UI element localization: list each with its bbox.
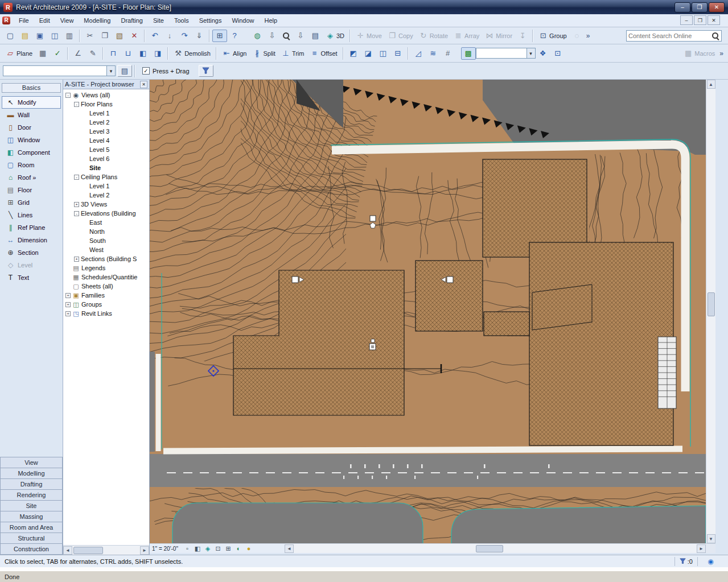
- tree-item-schedules-quantitie[interactable]: ▦Schedules/Quantitie: [63, 273, 149, 282]
- menu-window[interactable]: Window: [227, 15, 259, 26]
- tree-item-west[interactable]: West: [63, 245, 149, 254]
- spelling-button[interactable]: ✓: [50, 47, 65, 60]
- opening-button[interactable]: ⊟: [390, 47, 405, 60]
- import-button[interactable]: ⇓: [192, 30, 207, 42]
- tree-item-elevations-building[interactable]: -Elevations (Building: [63, 209, 149, 218]
- mdi-close-button[interactable]: ✕: [708, 15, 720, 25]
- tree-item-ceiling-plans[interactable]: -Ceiling Plans: [63, 172, 149, 181]
- horizontal-scrollbar[interactable]: ◄ ►: [285, 543, 706, 553]
- designbar-item-room[interactable]: ▢Room: [2, 159, 61, 171]
- designbar-item-door[interactable]: ▯Door: [2, 121, 61, 134]
- model-graphics-style-icon[interactable]: ◧: [193, 544, 202, 553]
- designbar-tab-modelling[interactable]: Modelling: [0, 468, 63, 479]
- designbar-tab-drafting[interactable]: Drafting: [0, 478, 63, 490]
- scroll-left-icon[interactable]: ◄: [63, 546, 72, 555]
- menu-edit[interactable]: Edit: [34, 15, 55, 26]
- paste-button[interactable]: ▧: [112, 30, 127, 42]
- print-button[interactable]: ▥: [62, 30, 77, 42]
- designbar-item-lines[interactable]: ╲Lines: [2, 209, 61, 221]
- save-button[interactable]: ▣: [32, 30, 47, 42]
- align-button[interactable]: ⇤Align: [219, 47, 249, 60]
- view-scale[interactable]: 1" = 20'-0": [152, 546, 178, 552]
- linework-button[interactable]: ◩: [346, 47, 361, 60]
- menu-settings[interactable]: Settings: [194, 15, 227, 26]
- delete-button[interactable]: ✕: [127, 30, 142, 42]
- menu-modelling[interactable]: Modelling: [79, 15, 116, 26]
- expand-icon[interactable]: +: [74, 202, 79, 207]
- building-step[interactable]: [484, 312, 529, 336]
- road[interactable]: [150, 454, 706, 487]
- trim-button[interactable]: ⊥Trim: [278, 47, 307, 60]
- save-to-library-button[interactable]: ◫: [47, 30, 62, 42]
- content-search-input[interactable]: [628, 32, 711, 39]
- scroll-left-icon[interactable]: ◄: [285, 544, 294, 553]
- tree-item-level-2[interactable]: Level 2: [63, 191, 149, 200]
- measure-button[interactable]: ∠: [71, 47, 85, 60]
- match-type-button[interactable]: ✎: [85, 47, 100, 60]
- tree-item-revit-links[interactable]: +◳Revit Links: [63, 309, 149, 318]
- chevron-down-icon[interactable]: ▾: [527, 48, 535, 58]
- designbar-item-roof[interactable]: ⌂Roof »: [2, 171, 61, 184]
- scrollbar-thumb[interactable]: [708, 292, 715, 316]
- collapse-icon[interactable]: -: [74, 102, 79, 107]
- project-browser-header[interactable]: A-SITE - Project browser ✕: [63, 80, 149, 89]
- paste-aligned-button[interactable]: ↓: [162, 30, 177, 42]
- lower-pad-left[interactable]: [172, 503, 423, 543]
- press-drag-checkbox[interactable]: ✓: [142, 67, 150, 75]
- tree-item-3d-views[interactable]: +3D Views: [63, 200, 149, 209]
- tree-item-north[interactable]: North: [63, 227, 149, 236]
- collapse-icon[interactable]: -: [74, 175, 79, 180]
- designbar-item-text[interactable]: TText: [2, 271, 61, 284]
- maximize-button[interactable]: ❐: [692, 2, 708, 13]
- designbar-item-ref-plane[interactable]: ∥Ref Plane: [2, 221, 61, 234]
- tree-item-sections-building-s[interactable]: +Sections (Building S: [63, 254, 149, 263]
- tree-item-level-6[interactable]: Level 6: [63, 154, 149, 163]
- scrollbar-thumb[interactable]: [476, 545, 503, 552]
- designbar-tab-rendering[interactable]: Rendering: [0, 489, 63, 501]
- scroll-up-icon[interactable]: ▲: [707, 80, 715, 89]
- design-options-button[interactable]: ⊞: [212, 30, 227, 42]
- designbar-item-grid[interactable]: ⊞Grid: [2, 196, 61, 209]
- paint-button[interactable]: ◪: [361, 47, 376, 60]
- expand-icon[interactable]: +: [65, 311, 71, 316]
- designbar-tab-structural[interactable]: Structural: [0, 533, 63, 544]
- toolbar-overflow-chevron[interactable]: »: [585, 31, 592, 41]
- tree-item-sheets-all[interactable]: ▢Sheets (all): [63, 282, 149, 291]
- undo-button[interactable]: ↶: [147, 30, 162, 42]
- project-browser-close-icon[interactable]: ✕: [140, 81, 147, 88]
- roof-join-button[interactable]: ⊔: [121, 47, 135, 60]
- menu-view[interactable]: View: [55, 15, 79, 26]
- tree-item-views-all[interactable]: -◉Views (all): [63, 90, 149, 100]
- tree-item-level-2[interactable]: Level 2: [63, 118, 149, 127]
- scroll-right-icon[interactable]: ►: [697, 544, 706, 553]
- designbar-tab-view[interactable]: View: [0, 457, 63, 468]
- collapse-icon[interactable]: -: [65, 93, 71, 98]
- cut-geometry-button[interactable]: ◧: [135, 47, 150, 60]
- minimize-button[interactable]: –: [674, 2, 690, 13]
- tree-item-south[interactable]: South: [63, 236, 149, 245]
- split-button[interactable]: ∦Split: [249, 47, 278, 60]
- expand-icon[interactable]: +: [65, 293, 71, 298]
- selection-count-panel[interactable]: :0: [674, 557, 697, 566]
- worksets-button[interactable]: ◍: [250, 30, 265, 42]
- open-file-button[interactable]: ▤: [18, 30, 32, 42]
- toolbar-overflow-chevron[interactable]: »: [718, 48, 725, 59]
- offset-button[interactable]: ≡Offset: [307, 47, 340, 60]
- tree-item-level-3[interactable]: Level 3: [63, 127, 149, 136]
- type-selector-combo[interactable]: ▾: [3, 65, 116, 76]
- tree-item-level-1[interactable]: Level 1: [63, 181, 149, 191]
- designbar-item-section[interactable]: ⊕Section: [2, 246, 61, 259]
- exterior-stairs[interactable]: [658, 337, 676, 408]
- collapse-icon[interactable]: -: [74, 211, 79, 216]
- designbar-tab-construction[interactable]: Construction: [0, 543, 63, 555]
- detail-level-icon[interactable]: ▫: [183, 544, 192, 553]
- view-dropdown-button[interactable]: ⇩: [293, 30, 308, 42]
- menu-site[interactable]: Site: [148, 15, 169, 26]
- work-plane-button[interactable]: ▱Plane: [3, 47, 35, 60]
- tree-item-level-1[interactable]: Level 1: [63, 109, 149, 118]
- designbar-item-floor[interactable]: ▤Floor: [2, 184, 61, 196]
- default-3d-view-button[interactable]: ◈3D: [323, 30, 347, 42]
- zoom-button[interactable]: [279, 30, 293, 42]
- zoom-dropdown-button[interactable]: ⇩: [265, 30, 279, 42]
- selection-filter-button[interactable]: [199, 65, 213, 77]
